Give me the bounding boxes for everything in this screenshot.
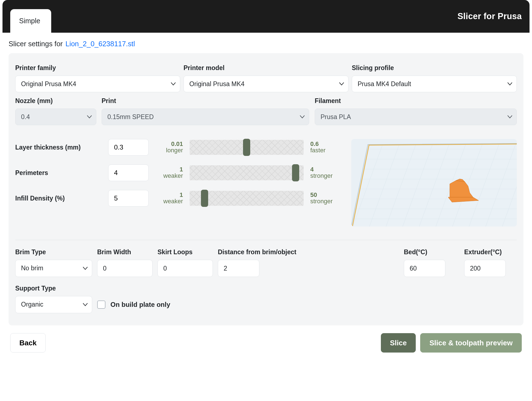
- filament-label: Filament: [315, 97, 517, 105]
- infill-max-num: 50: [310, 192, 317, 198]
- perimeters-label: Perimeters: [15, 169, 102, 177]
- slider-thumb[interactable]: [292, 164, 299, 181]
- layer-thickness-row: Layer thickness (mm) 0.01 longer 0.6 fas…: [15, 139, 338, 156]
- distance-input[interactable]: [218, 260, 259, 277]
- tab-strip: Simple: [10, 0, 51, 33]
- printer-model-select[interactable]: Original Prusa MK4: [184, 76, 348, 92]
- nozzle-select[interactable]: 0.4: [15, 109, 96, 125]
- layer-thickness-input[interactable]: [108, 139, 149, 156]
- perimeters-max-num: 4: [310, 166, 314, 173]
- brim-type-label: Brim Type: [15, 248, 92, 256]
- svg-marker-1: [351, 143, 517, 227]
- slicing-profile-label: Slicing profile: [352, 64, 517, 72]
- extruder-temp-input[interactable]: [464, 260, 506, 277]
- build-plate-only-label: On build plate only: [110, 301, 170, 309]
- extruder-temp-label: Extruder(°C): [464, 248, 517, 256]
- layer-thickness-label: Layer thickness (mm): [15, 144, 102, 151]
- bed-temp-input[interactable]: [404, 260, 445, 277]
- layer-max-num: 0.6: [310, 141, 319, 147]
- infill-label: Infill Density (%): [15, 195, 102, 202]
- perimeters-slider[interactable]: [190, 165, 304, 180]
- support-type-select[interactable]: Organic: [15, 296, 92, 313]
- build-plate-only-checkbox[interactable]: [97, 300, 105, 309]
- skirt-loops-input[interactable]: [157, 260, 213, 277]
- distance-label: Distance from brim/object: [218, 248, 309, 256]
- layer-min-word: longer: [166, 147, 183, 154]
- infill-max-word: stronger: [310, 198, 333, 205]
- filament-select[interactable]: Prusa PLA: [315, 109, 517, 125]
- brim-width-input[interactable]: [97, 260, 153, 277]
- slider-thumb[interactable]: [243, 139, 250, 156]
- infill-min-word: weaker: [163, 198, 183, 205]
- perimeters-input[interactable]: [108, 164, 149, 181]
- settings-panel: Printer family Original Prusa MK4 Printe…: [9, 53, 523, 325]
- header-bar: Simple Slicer for Prusa: [2, 0, 530, 33]
- nozzle-label: Nozzle (mm): [15, 97, 96, 105]
- infill-input[interactable]: [108, 190, 149, 207]
- subheader: Slicer settings for Lion_2_0_6238117.stl: [2, 33, 530, 53]
- layer-max-word: faster: [310, 147, 326, 154]
- infill-row: Infill Density (%) 1 weaker 50 stronger: [15, 190, 338, 207]
- bed-temp-label: Bed(°C): [404, 248, 459, 256]
- support-type-label: Support Type: [15, 285, 92, 292]
- brim-type-select[interactable]: No brim: [15, 260, 92, 277]
- slice-button[interactable]: Slice: [381, 333, 416, 353]
- perimeters-row: Perimeters 1 weaker 4 stronger: [15, 164, 338, 181]
- infill-min-num: 1: [180, 192, 183, 198]
- printer-family-select[interactable]: Original Prusa MK4: [15, 76, 180, 92]
- print-label: Print: [102, 97, 309, 105]
- footer: Back Slice Slice & toolpath preview: [2, 325, 530, 353]
- layer-min-num: 0.01: [171, 141, 183, 147]
- skirt-loops-label: Skirt Loops: [157, 248, 213, 256]
- divider: [15, 240, 517, 240]
- perimeters-min-word: weaker: [163, 173, 183, 179]
- slice-preview-button[interactable]: Slice & toolpath preview: [420, 333, 522, 353]
- print-select[interactable]: 0.15mm SPEED: [102, 109, 309, 125]
- infill-slider[interactable]: [190, 191, 304, 206]
- printer-model-label: Printer model: [184, 64, 348, 72]
- perimeters-min-num: 1: [180, 166, 183, 173]
- subheader-prefix: Slicer settings for: [9, 40, 63, 48]
- back-button[interactable]: Back: [10, 333, 46, 353]
- printer-family-label: Printer family: [15, 64, 180, 72]
- slicing-profile-select[interactable]: Prusa MK4 Default: [352, 76, 517, 92]
- brim-width-label: Brim Width: [97, 248, 153, 256]
- app-title: Slicer for Prusa: [458, 11, 522, 21]
- model-preview[interactable]: [351, 139, 517, 227]
- tab-simple[interactable]: Simple: [10, 9, 51, 33]
- perimeters-max-word: stronger: [310, 173, 333, 179]
- layer-thickness-slider[interactable]: [190, 140, 304, 155]
- slider-thumb[interactable]: [201, 190, 208, 207]
- app-window: Simple Slicer for Prusa Slicer settings …: [2, 0, 530, 353]
- file-link[interactable]: Lion_2_0_6238117.stl: [66, 40, 135, 48]
